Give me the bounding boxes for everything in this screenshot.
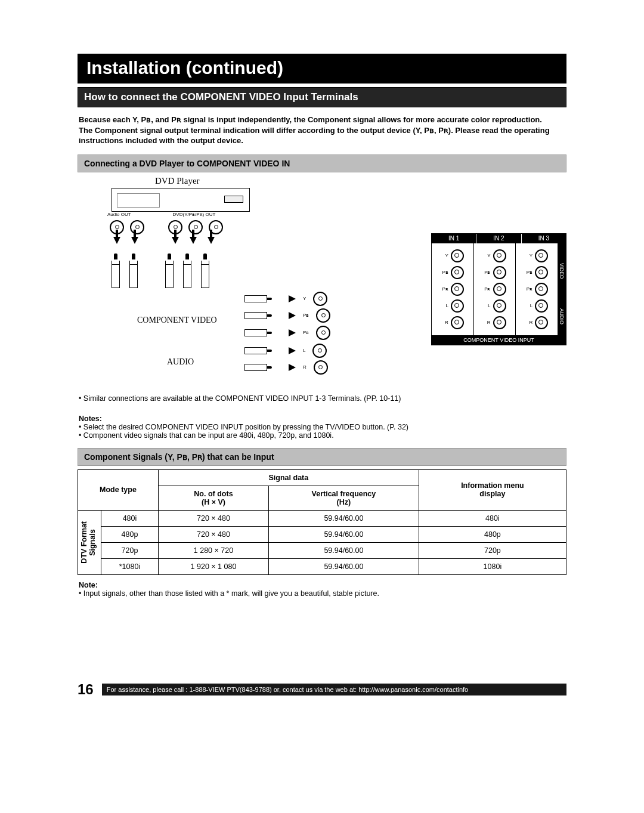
note-line: • Select the desired COMPONENT VIDEO INP… — [79, 423, 565, 431]
cell-dots: 1 280 × 720 — [158, 542, 268, 558]
audio-out-label: Audio OUT — [107, 212, 131, 217]
arrow-down-icon — [113, 237, 120, 244]
subsection-1: Connecting a DVD Player to COMPONENT VID… — [78, 154, 566, 172]
arrow-right-icon — [289, 312, 296, 319]
intro-text: Because each Y, Pʙ, and Pʀ signal is inp… — [79, 115, 565, 146]
cell-dots: 1 920 × 1 080 — [158, 558, 268, 574]
notes-block: Notes: • Select the desired COMPONENT VI… — [79, 415, 565, 440]
section-heading: How to connect the COMPONENT VIDEO Input… — [78, 87, 566, 107]
rca-plug-icon — [110, 254, 122, 288]
cell-mode: 720p — [101, 542, 159, 558]
l-label: L — [303, 348, 305, 353]
signals-table: Mode type Signal data Information menu d… — [78, 469, 566, 575]
notes-heading: Notes: — [79, 415, 565, 423]
video-side-label: VIDEO — [558, 243, 566, 298]
arrow-down-icon — [190, 237, 197, 244]
cell-vfreq: 59.94/60.00 — [269, 510, 419, 526]
jack-icon — [451, 283, 464, 296]
cell-mode: 480p — [101, 526, 159, 542]
rca-plug-icon — [244, 329, 280, 337]
cell-info: 1080i — [419, 558, 566, 574]
jack-icon — [493, 249, 506, 262]
arrow-down-icon — [131, 237, 138, 244]
cell-info: 480i — [419, 510, 566, 526]
in2-label: IN 2 — [476, 234, 521, 243]
page-number: 16 — [78, 681, 94, 698]
jack-icon — [535, 316, 548, 329]
th-signaldata: Signal data — [158, 469, 419, 486]
page-footer: 16 For assistance, please call : 1-888-V… — [78, 681, 566, 698]
connection-diagram: DVD Player Audio OUT DVD(Y/Pʙ/Pʀ) OUT — [78, 178, 566, 387]
note2-heading: Note: — [79, 581, 565, 589]
th-info: Information menu display — [419, 469, 566, 510]
jack-icon — [130, 220, 144, 234]
arrow-down-icon — [172, 237, 179, 244]
arrow-down-icon — [208, 237, 215, 244]
r-label: R — [303, 364, 306, 370]
jack-icon — [493, 266, 506, 279]
arrow-right-icon — [289, 347, 296, 354]
jack-icon — [188, 220, 203, 234]
jack-icon — [314, 360, 328, 375]
jack-icon — [535, 283, 548, 296]
in3-label: IN 3 — [521, 234, 566, 243]
cell-vfreq: 59.94/60.00 — [269, 558, 419, 574]
arrow-right-icon — [289, 364, 296, 371]
arrow-right-icon — [289, 329, 296, 336]
diagram-note: • Similar connections are available at t… — [79, 394, 565, 403]
note2-line: • Input signals, other than those listed… — [79, 589, 565, 598]
cell-info: 480p — [419, 526, 566, 542]
jack-icon — [493, 283, 506, 296]
jack-icon — [451, 316, 464, 329]
cell-mode: *1080i — [101, 558, 159, 574]
jack-icon — [535, 266, 548, 279]
jack-icon — [535, 249, 548, 262]
th-mode: Mode type — [78, 469, 159, 510]
cell-info: 720p — [419, 542, 566, 558]
rca-plug-icon — [199, 254, 211, 288]
jack-icon — [493, 316, 506, 329]
cell-dots: 720 × 480 — [158, 510, 268, 526]
manual-page: Installation (continued) How to connect … — [78, 54, 566, 698]
jack-icon — [312, 344, 327, 358]
jack-icon — [451, 299, 464, 313]
panel-footer-label: COMPONENT VIDEO INPUT — [432, 335, 566, 345]
rca-plug-icon — [128, 254, 140, 288]
jack-icon — [451, 249, 464, 262]
cell-mode: 480i — [101, 510, 159, 526]
in1-label: IN 1 — [432, 234, 476, 243]
dvd-player-icon — [112, 188, 250, 212]
rca-plug-icon — [244, 363, 280, 372]
assistance-bar: For assistance, please call : 1-888-VIEW… — [102, 684, 566, 695]
jack-icon — [316, 308, 330, 323]
dvd-player-label: DVD Player — [155, 176, 200, 186]
rca-plug-icon — [244, 295, 280, 303]
th-vfreq: Vertical frequency (Hz) — [269, 486, 419, 510]
component-video-label: COMPONENT VIDEO — [137, 316, 217, 325]
audio-side-label: AUDIO — [558, 298, 566, 335]
jack-icon — [316, 326, 330, 340]
rca-plug-icon — [163, 254, 175, 288]
jack-icon — [451, 266, 464, 279]
th-dtv-format: DTV Format Signals — [80, 521, 97, 564]
pb-label: Pʙ — [303, 313, 309, 318]
dvd-out-label: DVD(Y/Pʙ/Pʀ) OUT — [173, 212, 216, 217]
cell-dots: 720 × 480 — [158, 526, 268, 542]
rca-plug-icon — [181, 254, 193, 288]
cell-vfreq: 59.94/60.00 — [269, 542, 419, 558]
rca-plug-icon — [244, 347, 280, 355]
input-terminal-panel: IN 1 IN 2 IN 3 Y Pʙ Pʀ L R Y Pʙ — [431, 233, 566, 345]
jack-icon — [493, 299, 506, 313]
cell-vfreq: 59.94/60.00 — [269, 526, 419, 542]
note-line: • Component video signals that can be in… — [79, 431, 565, 440]
table-note: Note: • Input signals, other than those … — [79, 581, 565, 598]
th-dots: No. of dots (H × V) — [158, 486, 268, 510]
jack-icon — [535, 299, 548, 313]
audio-label: AUDIO — [167, 357, 194, 367]
page-title: Installation (continued) — [78, 54, 566, 84]
arrow-right-icon — [289, 295, 296, 302]
pr-label: Pʀ — [303, 330, 309, 335]
y-label: Y — [303, 296, 306, 301]
jack-icon — [313, 292, 327, 306]
subsection-2: Component Signals (Y, Pʙ, Pʀ) that can b… — [78, 448, 566, 466]
